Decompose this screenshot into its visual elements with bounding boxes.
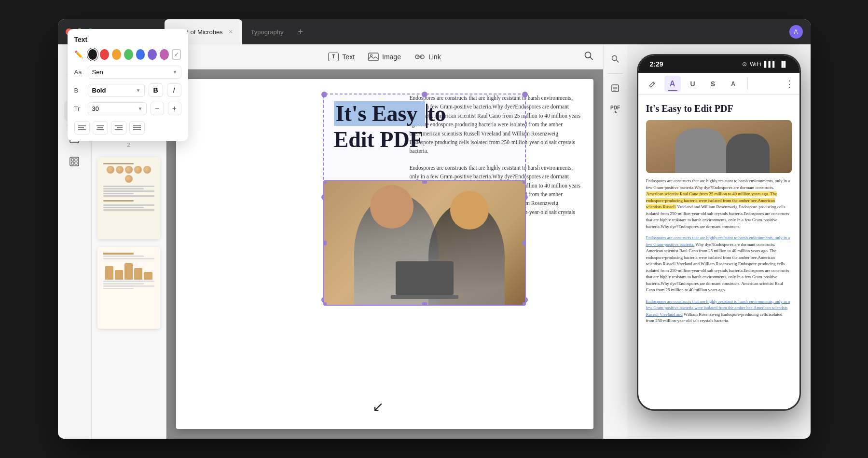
mobile-time: 2:29 xyxy=(650,60,663,68)
text-icon: T xyxy=(328,53,339,61)
app-window: business-report World of Microbes ✕ Typo… xyxy=(58,19,811,439)
tab-label: Typography xyxy=(251,28,284,36)
add-tab-button[interactable]: + xyxy=(292,19,309,44)
sidebar-icon-link[interactable] xyxy=(64,151,84,172)
toolbar-link-button[interactable]: Link xyxy=(408,50,448,64)
svg-line-22 xyxy=(590,57,592,59)
mobile-content[interactable]: It's Easy to Edit PDF Endospores are con… xyxy=(638,95,799,409)
thumbnail-2-image xyxy=(97,157,160,239)
main-area: It's Easy toEdit PDF 2 xyxy=(58,44,811,439)
svg-rect-15 xyxy=(75,162,77,164)
svg-rect-14 xyxy=(71,162,74,164)
mobile-screen: 2:29 ⊙ WiFi ▌▌▌ ▐▌ xyxy=(638,55,799,409)
sr-annotation-icon[interactable] xyxy=(606,80,624,97)
photo-scene xyxy=(324,181,525,305)
thumb2-content xyxy=(101,161,156,235)
sr-search-icon[interactable] xyxy=(606,50,624,67)
mobile-toolbar: A U S A ⋮ xyxy=(638,73,799,95)
font-select-arrow: ▼ xyxy=(173,69,178,75)
annotation-icon xyxy=(611,84,620,93)
img-handle-bot-right[interactable] xyxy=(523,302,526,306)
mobile-headline: It's Easy to Edit PDF xyxy=(646,103,792,114)
photo-head-1 xyxy=(370,185,413,229)
svg-rect-37 xyxy=(612,85,619,92)
handle-top-left[interactable] xyxy=(321,92,327,97)
sidebar-right: PDF /A xyxy=(603,44,627,439)
mobile-person-1 xyxy=(675,128,726,174)
svg-rect-16 xyxy=(369,53,378,61)
mobile-wifi-icon: WiFi xyxy=(750,61,761,67)
svg-rect-11 xyxy=(70,157,79,166)
pdfa-badge-text: PDF /A xyxy=(610,106,620,114)
mobile-tool-separator xyxy=(747,78,748,90)
mobile-A-button[interactable]: A xyxy=(664,76,681,92)
right-panel: 2:29 ⊙ WiFi ▌▌▌ ▐▌ xyxy=(627,44,811,439)
mobile-device: 2:29 ⊙ WiFi ▌▌▌ ▐▌ xyxy=(637,54,801,411)
mobile-highlight-1: American scientist Raul Cano from 25 mil… xyxy=(646,191,777,209)
mobile-circle-icon: ⊙ xyxy=(742,61,747,67)
svg-line-36 xyxy=(617,60,619,63)
mobile-person-2 xyxy=(726,134,770,174)
img-handle-mid-right[interactable] xyxy=(523,241,526,245)
image-icon xyxy=(368,53,379,61)
img-handle-top-left[interactable] xyxy=(323,180,327,184)
tab-bar: business-report World of Microbes ✕ Typo… xyxy=(101,19,789,44)
mobile-link-2[interactable]: Endospores are constructs that are highl… xyxy=(646,299,790,317)
toolbar-inner: T Text Image xyxy=(166,44,603,69)
thumbnail-page-3[interactable] xyxy=(97,247,160,329)
weight-row: B Bold ▼ B I xyxy=(166,83,181,97)
cursor-arrow: ↙ xyxy=(372,399,384,415)
mobile-Aa-button[interactable]: A xyxy=(725,76,742,92)
svg-rect-13 xyxy=(75,159,77,161)
handle-top-center[interactable] xyxy=(422,92,427,97)
link-icon xyxy=(414,53,425,61)
photo-head-2 xyxy=(450,191,489,229)
mobile-pen-icon xyxy=(648,80,656,88)
pdf-content: It's Easy to Edit PDF xyxy=(176,79,593,429)
handle-top-right[interactable] xyxy=(522,92,528,97)
mobile-battery-icon: ▐▌ xyxy=(779,61,787,67)
tab-typography[interactable]: Typography xyxy=(243,19,291,44)
mobile-text-1: Endospores are constructs that are highl… xyxy=(646,178,792,230)
svg-rect-12 xyxy=(71,159,74,161)
img-handle-bot-left[interactable] xyxy=(323,302,327,306)
mobile-text-3: Endospores are constructs that are highl… xyxy=(646,298,792,324)
thumb3-chart xyxy=(103,260,154,280)
page-number-2: 2 xyxy=(127,140,130,149)
pdf-page: It's Easy to Edit PDF xyxy=(176,79,593,429)
mobile-photo-scene xyxy=(646,120,792,173)
svg-point-17 xyxy=(371,54,372,56)
pdf-headline: It's Easy to Edit PDF xyxy=(334,102,517,152)
tab-close-button[interactable]: ✕ xyxy=(227,28,234,36)
mobile-U-button[interactable]: U xyxy=(685,76,701,92)
img-handle-bot-center[interactable] xyxy=(422,302,427,306)
toolbar-text-button[interactable]: T Text xyxy=(321,50,361,64)
italic-button[interactable]: I xyxy=(167,83,181,97)
mobile-text-2: Endospores are constructs that are highl… xyxy=(646,235,792,294)
photo-laptop xyxy=(396,261,454,295)
thumbnail-3-image xyxy=(97,247,160,329)
mobile-signal-icon: ▌▌▌ xyxy=(764,61,777,67)
toolbar: T Text Image xyxy=(166,44,603,69)
pdf-viewport: Text ✏️ ✓ Aa xyxy=(166,69,603,439)
mobile-S-button[interactable]: S xyxy=(705,76,721,92)
size-row: Tr 30 ▼ − + xyxy=(166,102,181,115)
pdf-image-container[interactable]: W 217.8 🔒 H 164.9 xyxy=(323,180,526,306)
size-increase-button[interactable]: + xyxy=(168,102,181,115)
toolbar-image-button[interactable]: Image xyxy=(361,50,408,64)
img-handle-top-center[interactable] xyxy=(422,180,427,184)
img-handle-mid-left[interactable] xyxy=(323,241,327,245)
thumb3-content xyxy=(101,251,156,325)
thumbnail-page-2[interactable] xyxy=(97,157,160,239)
user-avatar[interactable]: A xyxy=(789,25,803,39)
mobile-more-button[interactable]: ⋮ xyxy=(785,79,794,89)
img-handle-top-right[interactable] xyxy=(523,180,526,184)
pdf-a-badge[interactable]: PDF /A xyxy=(606,101,624,118)
pdf-left-area: It's Easy to Edit PDF xyxy=(176,79,398,429)
font-row: Aa Sen ▼ xyxy=(166,69,181,79)
mobile-photo xyxy=(646,120,792,173)
search-icon[interactable] xyxy=(584,51,593,63)
mobile-link-1[interactable]: Endospores are constructs that are highl… xyxy=(646,235,790,247)
mobile-pen-button[interactable] xyxy=(644,76,661,92)
align-row xyxy=(166,121,181,135)
